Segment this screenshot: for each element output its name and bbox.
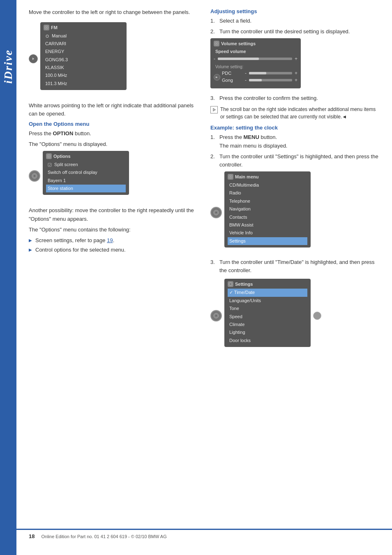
options-body1: Press the OPTION button. [29, 130, 198, 138]
bullet-triangle-icon: ▶ [29, 237, 32, 243]
fm-screen-header: FM [44, 25, 123, 30]
settings-right-knob [313, 312, 321, 320]
settings-list: ✓ Time/Date Language/Units Tone Speed Cl… [228, 289, 307, 345]
options-body2: The "Options" menu is displayed. [29, 140, 198, 148]
footer-text: Online Edition for Part no. 01 41 2 604 … [41, 534, 166, 539]
step-num: 1. [210, 17, 216, 25]
settings-item: Door locks [228, 337, 307, 345]
fm-screen-icon [44, 25, 49, 30]
menu-item: Radio [228, 189, 307, 197]
svg-point-10 [216, 43, 217, 44]
note-content: The scroll bar on the right side indicat… [220, 106, 376, 120]
settings-item: Speed [228, 313, 307, 321]
options-list-item: Split screen [46, 161, 126, 169]
settings-screen-container: Settings ✓ Time/Date Language/Units Tone… [210, 279, 380, 353]
step-num: 1. [210, 133, 216, 150]
controller-arrow [29, 54, 38, 63]
sidebar-label: iDrive [2, 49, 15, 84]
gong-bar [249, 79, 292, 81]
clock-step3-list: 3. Turn the controller until "Time/Date"… [210, 258, 380, 275]
gong-label: Gong [222, 78, 242, 83]
white-arrows-text: White arrows pointing to the left or rig… [29, 102, 198, 118]
clock-step-3: 3. Turn the controller until "Time/Date"… [210, 258, 380, 275]
step-num: 2. [210, 28, 216, 36]
pdc-vol-row: PDC - + [222, 70, 297, 76]
svg-point-14 [215, 212, 217, 213]
vol-screen-icon [214, 41, 219, 46]
fm-list-item: 101.3 MHz [44, 80, 123, 88]
step-text: Turn the controller until "Settings" is … [219, 153, 380, 169]
menu-item: CD/Multimedia [228, 181, 307, 189]
pdc-fill [249, 72, 266, 74]
main-menu-screen: Main menu CD/Multimedia Radio Telephone … [224, 171, 311, 247]
pdc-content: PDC - + Gong - [222, 70, 297, 84]
adjusting-step-2: 2. Turn the controller until the desired… [210, 28, 380, 36]
fm-screen-title: FM [51, 25, 58, 30]
menu-item-settings: Settings [228, 237, 307, 245]
options-screen-title: Options [53, 154, 71, 159]
note-text: The scroll bar on the right side indicat… [210, 106, 380, 120]
clock-section: Example: setting the clock 1. Press the … [210, 125, 380, 353]
fm-list-item: GONG96.3 [44, 56, 123, 64]
main-menu-icon [228, 174, 233, 180]
adjusting-step3-list: 3. Press the controller to confirm the s… [210, 94, 380, 102]
clock-heading: Example: setting the clock [210, 125, 380, 131]
step-text: Press the MENU button.The main menu is d… [219, 133, 287, 150]
controller-knob [29, 170, 40, 182]
options-body4: The "Options" menu contains the followin… [29, 226, 198, 234]
minus-icon: - [214, 56, 215, 62]
step-text: Turn the controller until the desired se… [219, 28, 350, 36]
svg-point-5 [34, 175, 35, 177]
speed-vol-label: Speed volume [214, 48, 297, 55]
pdc-controller [214, 74, 220, 81]
options-section: Open the Options menu Press the OPTION b… [29, 121, 198, 254]
main-menu-title: Main menu [235, 174, 258, 179]
settings-item: Climate [228, 321, 307, 328]
intro-text: Move the controller to the left or right… [29, 8, 198, 16]
menu-item: BMW Assist [228, 221, 307, 229]
menu-item: Navigation [228, 205, 307, 213]
adjusting-step-1: 1. Select a field. [210, 17, 380, 25]
svg-marker-0 [32, 58, 34, 60]
fm-list-item: KLASSIK [44, 64, 123, 72]
options-body3: Another possibility: move the controller… [29, 206, 198, 223]
vol-screen-container: Volume settings Speed volume - + Volume … [210, 38, 380, 88]
clock-step-2: 2. Turn the controller until "Settings" … [210, 153, 380, 169]
vol-setting-label: Volume setting: [214, 64, 297, 69]
gong-vol-row: Gong - + [222, 77, 297, 83]
options-screen-icon [46, 153, 52, 159]
options-heading: Open the Options menu [29, 121, 198, 127]
step-text: Select a field. [219, 17, 251, 25]
plus-icon: + [295, 56, 297, 62]
main-menu-list: CD/Multimedia Radio Telephone Navigation… [228, 181, 307, 245]
options-screen-header: Options [46, 153, 126, 159]
fm-list-item: ENERGY [44, 48, 123, 56]
svg-point-16 [230, 176, 231, 177]
svg-point-18 [215, 315, 217, 317]
adjusting-heading: Adjusting settings [210, 8, 380, 14]
speed-vol-bar [218, 58, 292, 60]
bullet-1: ▶ Screen settings, refer to page 19. [29, 236, 198, 245]
right-column: Adjusting settings 1. Select a field. 2.… [210, 8, 380, 358]
svg-point-21 [230, 284, 231, 284]
settings-knob-right [313, 312, 321, 320]
fm-list-item: CARIVARI [44, 40, 123, 48]
adjusting-steps: 1. Select a field. 2. Turn the controlle… [210, 17, 380, 36]
bullet-1-text: Screen settings, refer to page 19. [35, 236, 114, 245]
pdc-bar [249, 72, 292, 74]
options-screen-container: Options Split screen Switch off control … [29, 151, 198, 201]
volume-screen: Volume settings Speed volume - + Volume … [210, 38, 301, 88]
settings-screen-icon [228, 281, 233, 287]
page-footer: 18 Online Edition for Part no. 01 41 2 6… [16, 529, 392, 543]
page-number: 18 [29, 533, 35, 539]
step-num: 2. [210, 153, 216, 169]
bullet-2-text: Control options for the selected menu. [35, 246, 126, 254]
menu-item: Vehicle Info [228, 229, 307, 237]
svg-marker-12 [213, 109, 215, 111]
vol-screen-title: Volume settings [221, 41, 256, 46]
left-column: Move the controller to the left or right… [29, 8, 198, 358]
gong-plus: + [295, 77, 297, 83]
fm-list-item: Manual [44, 32, 123, 40]
settings-screen-title: Settings [235, 282, 253, 287]
settings-screen-header: Settings [228, 281, 307, 287]
